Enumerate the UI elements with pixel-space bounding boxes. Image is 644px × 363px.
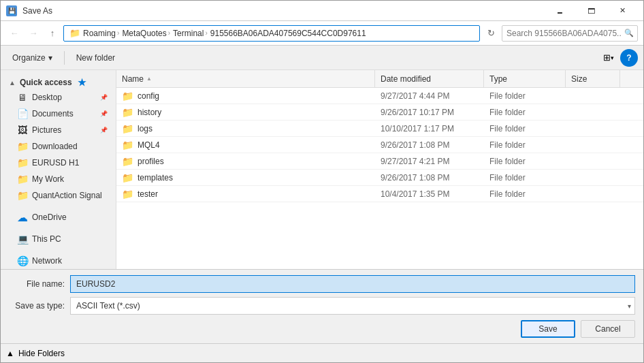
dialog-icon: 💾 bbox=[6, 5, 17, 16]
file-date-cell: 9/26/2017 1:08 PM bbox=[375, 170, 484, 185]
cancel-label: Cancel bbox=[595, 324, 620, 334]
col-type-label: Type bbox=[489, 74, 507, 84]
file-name-cell: 📁 tester bbox=[116, 186, 375, 202]
close-button[interactable]: ✕ bbox=[607, 1, 638, 21]
sidebar-item-onedrive-label: OneDrive bbox=[32, 212, 67, 222]
sidebar-item-downloaded[interactable]: 📁 Downloaded bbox=[1, 138, 116, 155]
sidebar-item-desktop[interactable]: 🖥 Desktop 📌 bbox=[1, 89, 116, 106]
downloaded-folder-icon: 📁 bbox=[17, 141, 28, 152]
quick-access-header[interactable]: ▲ Quick access ★ bbox=[1, 73, 116, 89]
organize-button[interactable]: Organize ▾ bbox=[6, 49, 59, 67]
table-row[interactable]: 📁 tester 10/4/2017 1:35 PM File folder bbox=[116, 186, 643, 202]
new-folder-button[interactable]: New folder bbox=[70, 49, 121, 67]
saveastype-select[interactable]: ASCII Text (*.csv) bbox=[70, 297, 635, 315]
file-size-cell bbox=[566, 153, 620, 169]
quick-access-star-icon: ★ bbox=[78, 77, 86, 88]
file-date-cell: 9/27/2017 4:44 PM bbox=[375, 88, 484, 104]
file-size-cell bbox=[566, 137, 620, 153]
hide-folders-bar[interactable]: ▲ Hide Folders bbox=[1, 343, 643, 362]
view-arrow-icon: ▾ bbox=[611, 54, 614, 61]
up-button[interactable]: ↑ bbox=[44, 25, 61, 42]
organize-arrow-icon: ▾ bbox=[48, 53, 52, 63]
pictures-icon: 🖼 bbox=[17, 125, 28, 136]
folder-icon: 📁 bbox=[122, 91, 133, 101]
saveastype-row: Save as type: ASCII Text (*.csv) ▾ bbox=[9, 297, 635, 315]
help-button[interactable]: ? bbox=[620, 49, 638, 67]
eurusd-folder-icon: 📁 bbox=[17, 157, 28, 168]
file-name-text: config bbox=[138, 91, 159, 101]
sidebar-item-mywork[interactable]: 📁 My Work bbox=[1, 171, 116, 187]
minimize-button[interactable]: 🗕 bbox=[544, 1, 575, 21]
refresh-button[interactable]: ↻ bbox=[483, 25, 499, 42]
folder-icon: 📁 bbox=[122, 156, 133, 167]
table-row[interactable]: 📁 logs 10/10/2017 1:17 PM File folder bbox=[116, 121, 643, 137]
title-bar-left: 💾 Save As bbox=[6, 5, 52, 16]
sidebar-item-network-label: Network bbox=[32, 256, 62, 266]
search-wrapper: 🔍 bbox=[502, 25, 638, 42]
save-label: Save bbox=[538, 324, 557, 334]
col-size-label: Size bbox=[571, 74, 587, 84]
back-button[interactable]: ← bbox=[6, 25, 22, 42]
sidebar-item-quantaction[interactable]: 📁 QuantAction Signal bbox=[1, 187, 116, 204]
hide-folders-toggle-icon: ▲ bbox=[6, 349, 14, 358]
network-icon: 🌐 bbox=[17, 255, 28, 266]
col-header-name[interactable]: Name ▲ bbox=[116, 70, 375, 87]
path-folder-icon: 📁 bbox=[69, 28, 80, 38]
sidebar-item-pictures[interactable]: 🖼 Pictures 📌 bbox=[1, 122, 116, 138]
save-as-dialog: 💾 Save As 🗕 🗖 ✕ ← → ↑ 📁 Roaming › MetaQu… bbox=[0, 0, 644, 363]
quantaction-folder-icon: 📁 bbox=[17, 190, 28, 201]
forward-button[interactable]: → bbox=[25, 25, 42, 42]
quick-access-toggle-icon: ▲ bbox=[9, 79, 16, 86]
saveastype-wrapper: ASCII Text (*.csv) ▾ bbox=[70, 297, 635, 315]
file-type-cell: File folder bbox=[484, 186, 566, 202]
folder-icon: 📁 bbox=[122, 107, 133, 118]
sidebar-item-thispc[interactable]: 💻 This PC bbox=[1, 231, 116, 247]
save-button[interactable]: Save bbox=[521, 320, 575, 338]
folder-icon: 📁 bbox=[122, 123, 133, 134]
file-date-cell: 9/27/2017 4:21 PM bbox=[375, 153, 484, 169]
table-row[interactable]: 📁 templates 9/26/2017 1:08 PM File folde… bbox=[116, 170, 643, 186]
col-header-type[interactable]: Type bbox=[484, 70, 566, 87]
cancel-button[interactable]: Cancel bbox=[581, 320, 635, 338]
table-row[interactable]: 📁 config 9/27/2017 4:44 PM File folder bbox=[116, 88, 643, 104]
file-rows-container: 📁 config 9/27/2017 4:44 PM File folder 📁… bbox=[116, 88, 643, 202]
address-path[interactable]: 📁 Roaming › MetaQuotes › Terminal › 9155… bbox=[63, 25, 480, 42]
sidebar-item-eurusd-label: EURUSD H1 bbox=[32, 158, 79, 168]
sidebar-item-documents[interactable]: 📄 Documents 📌 bbox=[1, 106, 116, 122]
view-button[interactable]: ⊞ ▾ bbox=[600, 49, 617, 67]
file-name-text: history bbox=[138, 108, 161, 117]
table-row[interactable]: 📁 history 9/26/2017 10:17 PM File folder bbox=[116, 104, 643, 121]
sidebar-item-eurusd[interactable]: 📁 EURUSD H1 bbox=[1, 155, 116, 171]
saveastype-label: Save as type: bbox=[9, 301, 70, 311]
sort-arrow-icon: ▲ bbox=[146, 76, 152, 82]
file-list: Name ▲ Date modified Type Size 📁 config … bbox=[116, 70, 643, 269]
file-name-cell: 📁 templates bbox=[116, 170, 375, 185]
file-name-cell: 📁 profiles bbox=[116, 153, 375, 169]
col-header-date[interactable]: Date modified bbox=[375, 70, 484, 87]
folder-icon: 📁 bbox=[122, 189, 133, 200]
pin-icon-documents: 📌 bbox=[100, 110, 108, 117]
file-name-cell: 📁 history bbox=[116, 104, 375, 120]
file-list-header: Name ▲ Date modified Type Size bbox=[116, 70, 643, 88]
table-row[interactable]: 📁 profiles 9/27/2017 4:21 PM File folder bbox=[116, 153, 643, 170]
file-type-cell: File folder bbox=[484, 88, 566, 104]
file-type-cell: File folder bbox=[484, 137, 566, 153]
table-row[interactable]: 📁 MQL4 9/26/2017 1:08 PM File folder bbox=[116, 137, 643, 153]
path-segment-terminal: Terminal › bbox=[173, 29, 208, 38]
file-date-cell: 10/4/2017 1:35 PM bbox=[375, 186, 484, 202]
sidebar-item-onedrive[interactable]: ☁ OneDrive bbox=[1, 209, 116, 225]
folder-icon: 📁 bbox=[122, 140, 133, 151]
sidebar-item-thispc-label: This PC bbox=[32, 234, 61, 244]
desktop-icon: 🖥 bbox=[17, 92, 28, 103]
sidebar-item-mywork-label: My Work bbox=[32, 174, 64, 184]
sidebar-item-network[interactable]: 🌐 Network bbox=[1, 253, 116, 269]
onedrive-icon: ☁ bbox=[17, 212, 28, 223]
sidebar-item-downloaded-label: Downloaded bbox=[32, 142, 78, 151]
col-header-size[interactable]: Size bbox=[566, 70, 620, 87]
file-name-cell: 📁 config bbox=[116, 88, 375, 104]
search-input[interactable] bbox=[502, 25, 638, 42]
bottom-bar: File name: Save as type: ASCII Text (*.c… bbox=[1, 269, 643, 343]
file-size-cell bbox=[566, 186, 620, 202]
filename-input[interactable] bbox=[70, 275, 635, 293]
maximize-button[interactable]: 🗖 bbox=[575, 1, 607, 21]
